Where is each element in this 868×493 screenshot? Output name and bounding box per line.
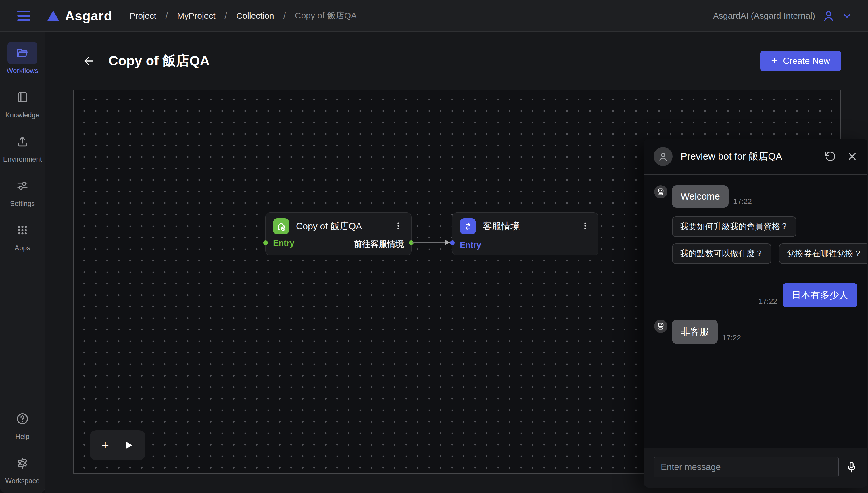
output-port[interactable] — [409, 240, 414, 245]
microphone-button[interactable] — [846, 461, 858, 473]
robot-avatar-icon — [654, 320, 667, 333]
node-entry-label: Entry — [273, 238, 294, 250]
node-title: 客服情境 — [483, 220, 520, 233]
message-bubble-group: 非客服 17:22 — [672, 320, 741, 344]
create-new-label: Create New — [783, 56, 830, 66]
person-icon — [657, 151, 669, 162]
brand-logo[interactable]: Asgard — [47, 8, 112, 24]
close-chat-button[interactable] — [847, 151, 858, 162]
sidebar-item-workflows[interactable]: Workflows — [7, 42, 38, 75]
grid-dots-icon — [16, 223, 29, 237]
sidebar-item-workspace[interactable]: Workspace — [5, 452, 40, 485]
close-icon — [847, 151, 858, 162]
page-title: Copy of 飯店QA — [108, 52, 209, 70]
message-timestamp: 17:22 — [722, 334, 741, 344]
breadcrumb: Project / MyProject / Collection / Copy … — [129, 10, 357, 22]
robot-avatar-icon — [654, 185, 667, 198]
node-output-label: 前往客服情境 — [354, 238, 404, 250]
bot-message-row: 非客服 17:22 — [654, 320, 857, 344]
book-icon — [16, 91, 29, 104]
sliders-icon — [16, 179, 29, 192]
edge-connector — [412, 242, 450, 243]
knowledge-tile — [7, 86, 37, 108]
sidebar-item-label: Apps — [15, 244, 30, 252]
canvas-toolbar: + — [90, 430, 145, 460]
user-avatar-icon[interactable] — [822, 9, 835, 22]
bot-avatar — [654, 147, 672, 166]
quick-reply-chips: 我要如何升級我的會員資格？ 我的點數可以做什麼？ 兌換券在哪裡兌換？ — [672, 216, 857, 264]
question-circle-icon — [16, 412, 29, 425]
workflow-node-service[interactable]: 客服情境 Entry — [452, 212, 598, 255]
plus-icon: + — [101, 439, 109, 452]
quick-reply-chip[interactable]: 兌換券在哪裡兌換？ — [779, 243, 867, 264]
node-entry-label: Entry — [460, 240, 481, 250]
bot-message-bubble: 非客服 — [672, 320, 718, 344]
triangle-logo-icon — [47, 10, 60, 22]
chat-title: Preview bot for 飯店QA — [681, 150, 782, 163]
breadcrumb-myproject[interactable]: MyProject — [177, 11, 215, 21]
user-message-row: 17:22 日本有多少人 — [654, 283, 857, 307]
breadcrumb-current: Copy of 飯店QA — [295, 10, 357, 22]
message-bubble-group: Welcome 17:22 — [672, 185, 752, 208]
kebab-menu-icon — [394, 221, 403, 230]
input-port[interactable] — [450, 240, 455, 245]
breadcrumb-separator: / — [165, 11, 168, 21]
quick-reply-row: 我的點數可以做什麼？ 兌換券在哪裡兌換？ — [672, 243, 857, 264]
reset-chat-button[interactable] — [824, 151, 836, 162]
brand-name: Asgard — [65, 8, 112, 24]
page-title-row: Copy of 飯店QA — [82, 52, 209, 70]
edge-arrowhead-icon — [445, 240, 450, 245]
breadcrumb-separator: / — [225, 11, 227, 21]
sidebar-item-settings[interactable]: Settings — [7, 175, 37, 208]
chat-actions — [824, 151, 858, 162]
back-button[interactable] — [82, 54, 96, 68]
node-menu-button[interactable] — [393, 220, 404, 232]
sidebar-item-knowledge[interactable]: Knowledge — [5, 86, 40, 119]
sidebar-item-environment[interactable]: Environment — [3, 131, 42, 164]
sidebar-item-help[interactable]: Help — [7, 408, 37, 441]
main-content: Copy of 飯店QA + Create New — [45, 31, 868, 493]
hamburger-menu-icon[interactable] — [17, 10, 30, 21]
quick-reply-chip[interactable]: 我要如何升級我的會員資格？ — [672, 216, 796, 237]
upload-icon — [16, 135, 29, 148]
apps-tile — [7, 219, 37, 241]
node-title: Copy of 飯店QA — [296, 220, 362, 233]
add-node-button[interactable]: + — [101, 439, 109, 452]
topbar: Asgard Project / MyProject / Collection … — [0, 0, 868, 31]
breadcrumb-separator: / — [283, 11, 286, 21]
bot-message-bubble: Welcome — [672, 185, 729, 208]
message-timestamp: 17:22 — [733, 197, 752, 208]
bot-message-row: Welcome 17:22 — [654, 185, 857, 208]
account-name: AsgardAI (Asgard Internal) — [713, 11, 815, 21]
sidebar-item-label: Environment — [3, 155, 42, 164]
folder-open-icon — [16, 46, 29, 60]
breadcrumb-project[interactable]: Project — [129, 11, 156, 21]
sidebar-footer: Help Workspace — [5, 408, 40, 493]
node-footer: Entry 前往客服情境 — [273, 238, 404, 250]
chevron-down-icon[interactable] — [842, 11, 852, 21]
reset-icon — [824, 151, 836, 162]
node-header: 客服情境 — [460, 218, 591, 234]
breadcrumb-collection[interactable]: Collection — [236, 11, 274, 21]
settings-tile — [7, 175, 37, 197]
node-menu-button[interactable] — [580, 220, 591, 232]
message-input[interactable] — [654, 457, 839, 477]
chat-preview-panel: Preview bot for 飯店QA — [644, 138, 867, 488]
run-workflow-button[interactable] — [123, 440, 134, 450]
node-header: Copy of 飯店QA — [273, 218, 404, 234]
plus-icon: + — [771, 55, 778, 66]
sidebar-item-label: Settings — [10, 200, 35, 208]
sidebar-item-label: Help — [15, 433, 29, 441]
workflow-node-entry[interactable]: Copy of 飯店QA Entry 前往客服情境 — [265, 212, 412, 255]
sidebar-item-apps[interactable]: Apps — [7, 219, 37, 252]
input-port[interactable] — [263, 240, 268, 245]
create-new-button[interactable]: + Create New — [760, 51, 841, 71]
microphone-icon — [846, 461, 858, 473]
sidebar: Workflows Knowledge Environment — [0, 31, 45, 493]
quick-reply-chip[interactable]: 我的點數可以做什麼？ — [672, 243, 772, 264]
arrow-left-icon — [83, 55, 95, 67]
gear-icon — [16, 456, 29, 470]
swap-arrows-icon — [460, 218, 476, 234]
sidebar-item-label: Workflows — [7, 67, 38, 75]
workflows-active-tile — [7, 42, 37, 64]
